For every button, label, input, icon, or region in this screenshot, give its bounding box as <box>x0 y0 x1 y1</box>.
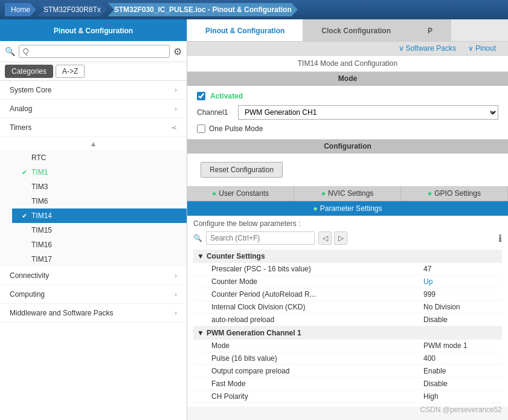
param-row: Counter Period (AutoReload R... 999 <box>193 288 502 301</box>
sidebar-item-tim1[interactable]: ✔ TIM1 <box>12 165 187 179</box>
pwm-settings-header[interactable]: ▼ PWM Generation Channel 1 <box>193 326 502 340</box>
watermark: CSDN @perseverance52 <box>420 405 502 414</box>
tab-clock-config[interactable]: Clock Configuration <box>303 19 410 41</box>
channel-select[interactable]: PWM Generation CH1 Input Capture direct … <box>238 105 498 120</box>
check-icon <box>22 241 29 248</box>
sidebar-item-connectivity[interactable]: Connectivity › <box>0 267 187 285</box>
reset-area: Reset Configuration <box>187 153 508 186</box>
config-section: Configuration Reset Configuration ● User… <box>187 140 508 407</box>
check-icon: ✔ <box>22 169 29 176</box>
pinout-nav[interactable]: ∨ Pinout <box>468 44 496 53</box>
reset-config-button[interactable]: Reset Configuration <box>201 162 283 178</box>
next-arrow-button[interactable]: ▷ <box>334 231 347 245</box>
tab-parameter-settings[interactable]: ● Parameter Settings <box>187 201 508 216</box>
tab-extra[interactable]: P <box>410 19 451 41</box>
search-icon: 🔍 <box>193 234 202 242</box>
chevron-right-icon: › <box>175 271 177 280</box>
channel-row: Channel1 PWM Generation CH1 Input Captur… <box>197 105 498 120</box>
config-tabs: ● User Constants ● NVIC Settings ● GPIO … <box>187 186 508 201</box>
param-row: Prescaler (PSC - 16 bits value) 47 <box>193 263 502 276</box>
info-icon: ℹ <box>498 233 502 244</box>
param-row: Fast Mode Disable <box>193 378 502 390</box>
right-content: Pinout & Configuration Clock Configurati… <box>187 19 508 420</box>
search-row: 🔍 ⚙ <box>0 41 187 62</box>
sidebar-item-computing[interactable]: Computing › <box>0 285 187 304</box>
param-row: auto-reload preload Disable <box>193 314 502 326</box>
param-search-input[interactable] <box>206 231 315 245</box>
param-row: Output compare preload Enable <box>193 365 502 378</box>
tab-user-constants[interactable]: ● User Constants <box>187 186 294 201</box>
channel-select-wrapper: PWM Generation CH1 Input Capture direct … <box>238 105 498 120</box>
sidebar-header: Pinout & Configuration <box>0 19 187 41</box>
sidebar-item-tim3[interactable]: TIM3 <box>12 179 187 194</box>
param-row: Mode PWM mode 1 <box>193 340 502 352</box>
check-icon <box>22 154 29 161</box>
sidebar-tabs: Categories A->Z <box>0 62 187 81</box>
counter-settings-header[interactable]: ▼ Counter Settings <box>193 250 502 263</box>
sidebar-item-tim17[interactable]: TIM17 <box>12 252 187 267</box>
timers-scroll-up[interactable]: ▲ <box>0 137 187 150</box>
chevron-down-icon: ▼ <box>197 329 204 337</box>
chevron-right-icon: › <box>175 309 177 317</box>
mode-content: Activated Channel1 PWM Generation CH1 In… <box>187 86 508 140</box>
gear-icon[interactable]: ⚙ <box>173 46 182 57</box>
breadcrumb-home[interactable]: Home <box>5 3 36 16</box>
tab-gpio-settings[interactable]: ● GPIO Settings <box>401 186 508 201</box>
sidebar-content: System Core › Analog › Timers ∨ ▲ RTC <box>0 81 187 420</box>
sidebar-item-analog[interactable]: Analog › <box>0 100 187 118</box>
param-header: Configure the below parameters : <box>193 219 502 228</box>
breadcrumb-device[interactable]: STM32F030R8Tx <box>37 3 107 16</box>
sub-nav: ∨ Software Packs ∨ Pinout <box>187 42 508 56</box>
sidebar-item-tim14[interactable]: ✔ TIM14 <box>12 208 187 223</box>
nav-arrows: ◁ ▷ <box>318 231 347 245</box>
sidebar-item-system-core[interactable]: System Core › <box>0 81 187 100</box>
tab-categories[interactable]: Categories <box>5 65 53 78</box>
tab-pinout-config[interactable]: Pinout & Configuration <box>187 19 303 41</box>
activated-row: Activated <box>197 92 498 100</box>
config-section-header: Configuration <box>187 140 508 153</box>
param-row: Counter Mode Up <box>193 276 502 288</box>
timers-sub-items: RTC ✔ TIM1 TIM3 TIM6 ✔ TIM14 <box>0 150 187 267</box>
one-pulse-checkbox[interactable] <box>197 124 205 133</box>
software-packs-nav[interactable]: ∨ Software Packs <box>399 44 456 53</box>
check-icon: ✔ <box>22 212 29 220</box>
chevron-right-icon: › <box>175 86 177 94</box>
param-content: Configure the below parameters : 🔍 ◁ ▷ ℹ <box>187 216 508 407</box>
tab-nvic-settings[interactable]: ● NVIC Settings <box>294 186 401 201</box>
tab-atoz[interactable]: A->Z <box>56 65 85 78</box>
main-layout: Pinout & Configuration 🔍 ⚙ Categories A-… <box>0 19 508 420</box>
sidebar-item-tim16[interactable]: TIM16 <box>12 237 187 252</box>
check-icon <box>22 256 29 263</box>
chevron-down-icon: ∨ <box>399 44 404 53</box>
sidebar-item-tim15[interactable]: TIM15 <box>12 223 187 237</box>
tim-title: TIM14 Mode and Configuration <box>187 56 508 72</box>
sidebar-item-tim6[interactable]: TIM6 <box>12 194 187 208</box>
param-row: Internal Clock Division (CKD) No Divisio… <box>193 301 502 314</box>
sidebar-item-timers[interactable]: Timers ∨ <box>0 118 187 137</box>
check-circle-icon: ● <box>212 189 216 198</box>
top-nav: Pinout & Configuration Clock Configurati… <box>187 19 508 42</box>
breadcrumb-file[interactable]: STM32F030_IC_PULSE.ioc - Pinout & Config… <box>108 3 298 16</box>
content-area: TIM14 Mode and Configuration Mode Activa… <box>187 56 508 420</box>
sidebar-item-middleware[interactable]: Middleware and Software Packs › <box>0 304 187 323</box>
param-search-row: 🔍 ◁ ▷ ℹ <box>193 231 502 245</box>
mode-section-header: Mode <box>187 72 508 86</box>
chevron-right-icon: › <box>175 290 177 299</box>
sidebar-item-rtc[interactable]: RTC <box>12 150 187 165</box>
param-row: Pulse (16 bits value) 400 <box>193 352 502 365</box>
search-input[interactable] <box>19 45 170 58</box>
breadcrumb: Home STM32F030R8Tx STM32F030_IC_PULSE.io… <box>0 0 508 19</box>
chevron-down-icon: ∨ <box>468 44 474 53</box>
check-circle-icon: ● <box>313 204 318 213</box>
prev-arrow-button[interactable]: ◁ <box>318 231 332 245</box>
param-row: CH Polarity High <box>193 390 502 403</box>
check-circle-icon: ● <box>321 189 326 198</box>
check-icon <box>22 183 29 190</box>
chevron-down-icon: ∨ <box>170 125 179 131</box>
chevron-down-icon: ▼ <box>197 252 204 260</box>
check-circle-icon: ● <box>428 189 432 198</box>
chevron-right-icon: › <box>175 105 177 113</box>
sidebar: Pinout & Configuration 🔍 ⚙ Categories A-… <box>0 19 187 420</box>
activated-checkbox[interactable] <box>197 92 205 100</box>
check-icon <box>22 227 29 234</box>
